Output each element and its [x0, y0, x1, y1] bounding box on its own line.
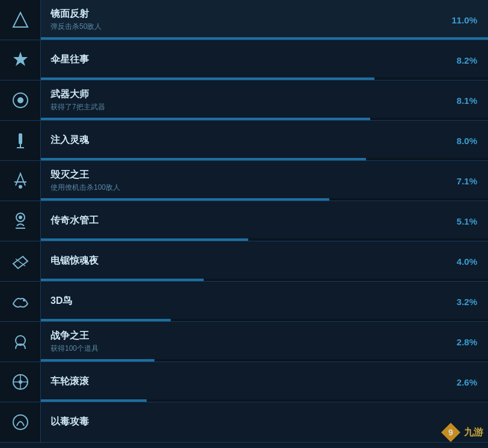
achievement-item-wheel-rolling[interactable]: 车轮滚滚 2.6%	[0, 362, 488, 402]
svg-point-18	[19, 380, 22, 384]
achievement-item-3d-bird[interactable]: 3D鸟 3.2%	[0, 282, 488, 322]
achievement-percentage-umbrella-star: 8.2%	[446, 55, 488, 65]
text-area-umbrella-star: 伞星往事	[41, 47, 446, 73]
progress-bar-war-king	[41, 359, 154, 362]
text-area-mirror-reflect: 镜面反射 弹反击杀50敌人	[41, 2, 446, 38]
text-area-inject-soul: 注入灵魂	[41, 128, 446, 154]
svg-line-12	[16, 259, 25, 266]
progress-bar-inject-soul	[41, 158, 366, 160]
watermark-text: 九游	[464, 426, 483, 439]
achievement-percentage-destruction-king: 7.1%	[446, 176, 488, 186]
progress-bar-wheel-rolling	[41, 399, 147, 402]
achievement-title-umbrella-star: 伞星往事	[50, 53, 436, 66]
watermark: 9 九游	[440, 422, 483, 443]
progress-bar-container-wheel-rolling	[41, 399, 488, 402]
achievement-item-umbrella-star[interactable]: 伞星往事 8.2%	[0, 40, 488, 80]
progress-bar-umbrella-star	[41, 77, 374, 80]
achievement-item-poison-attack[interactable]: 以毒攻毒	[0, 402, 488, 443]
svg-text:9: 9	[448, 428, 453, 437]
progress-bar-container-legendary-plumber	[41, 238, 488, 241]
achievement-list: 镜面反射 弹反击杀50敌人 11.0% 伞星往事 8.2% 武器大师 获得了7把…	[0, 0, 488, 448]
icon-area-destruction-king	[0, 161, 41, 201]
achievement-item-war-king[interactable]: 战争之王 获得100个道具 2.8%	[0, 322, 488, 362]
achievement-icon-umbrella-star	[7, 47, 34, 73]
achievement-item-mirror-reflect[interactable]: 镜面反射 弹反击杀50敌人 11.0%	[0, 0, 488, 40]
achievement-title-war-king: 战争之王	[50, 330, 436, 342]
achievement-item-legendary-plumber[interactable]: 传奇水管工 5.1%	[0, 201, 488, 241]
achievement-icon-destruction-king	[7, 168, 34, 194]
achievement-icon-war-king	[7, 328, 34, 355]
svg-point-8	[19, 185, 22, 189]
achievement-title-mirror-reflect: 镜面反射	[50, 8, 436, 20]
progress-bar-container-war-king	[41, 359, 488, 362]
svg-point-13	[23, 299, 25, 301]
text-area-destruction-king: 毁灭之王 使用僚机击杀100敌人	[41, 163, 446, 199]
achievement-percentage-inject-soul: 8.0%	[446, 136, 488, 146]
progress-bar-chainsaw-night	[41, 279, 204, 281]
svg-marker-0	[13, 13, 28, 27]
text-area-weapon-master: 武器大师 获得了7把主武器	[41, 82, 446, 118]
achievement-title-inject-soul: 注入灵魂	[50, 134, 436, 147]
icon-area-war-king	[0, 322, 41, 362]
achievement-title-legendary-plumber: 传奇水管工	[50, 214, 436, 227]
text-area-wheel-rolling: 车轮滚滚	[41, 369, 446, 395]
achievement-title-destruction-king: 毁灭之王	[50, 169, 436, 181]
achievement-item-destruction-king[interactable]: 毁灭之王 使用僚机击杀100敌人 7.1%	[0, 161, 488, 201]
achievement-percentage-legendary-plumber: 5.1%	[446, 216, 488, 226]
progress-bar-3d-bird	[41, 319, 171, 321]
icon-area-mirror-reflect	[0, 0, 41, 40]
icon-area-weapon-master	[0, 80, 41, 120]
achievement-title-chainsaw-night: 电锯惊魂夜	[50, 255, 436, 267]
achievement-title-3d-bird: 3D鸟	[50, 295, 436, 307]
achievement-percentage-war-king: 2.8%	[446, 337, 488, 347]
achievement-icon-legendary-plumber	[7, 208, 34, 234]
achievement-desc-war-king: 获得100个道具	[50, 344, 436, 354]
progress-bar-weapon-master	[41, 118, 370, 120]
progress-bar-container-chainsaw-night	[41, 279, 488, 281]
icon-area-wheel-rolling	[0, 362, 41, 402]
achievement-percentage-3d-bird: 3.2%	[446, 297, 488, 307]
achievement-title-weapon-master: 武器大师	[50, 88, 436, 101]
achievement-icon-wheel-rolling	[7, 369, 34, 395]
progress-bar-container-inject-soul	[41, 158, 488, 160]
achievement-percentage-chainsaw-night: 4.0%	[446, 256, 488, 267]
achievement-title-poison-attack: 以毒攻毒	[50, 416, 478, 428]
achievement-percentage-mirror-reflect: 11.0%	[446, 15, 488, 25]
text-area-3d-bird: 3D鸟	[41, 289, 446, 315]
icon-area-umbrella-star	[0, 40, 41, 80]
achievement-title-wheel-rolling: 车轮滚滚	[50, 375, 436, 388]
svg-point-4	[17, 97, 23, 103]
text-area-war-king: 战争之王 获得100个道具	[41, 324, 446, 360]
icon-area-inject-soul	[0, 121, 41, 160]
progress-bar-container-umbrella-star	[41, 77, 488, 80]
achievement-percentage-weapon-master: 8.1%	[446, 95, 488, 106]
icon-area-legendary-plumber	[0, 201, 41, 241]
progress-bar-container-destruction-king	[41, 198, 488, 201]
achievement-item-weapon-master[interactable]: 武器大师 获得了7把主武器 8.1%	[0, 80, 488, 121]
svg-marker-2	[13, 52, 28, 66]
achievement-icon-inject-soul	[7, 127, 34, 154]
achievement-icon-3d-bird	[7, 288, 34, 315]
achievement-desc-destruction-king: 使用僚机击杀100敌人	[50, 183, 436, 193]
achievement-desc-mirror-reflect: 弹反击杀50敌人	[50, 22, 436, 32]
progress-bar-legendary-plumber	[41, 238, 248, 241]
progress-bar-destruction-king	[41, 198, 329, 201]
achievement-icon-chainsaw-night	[7, 248, 34, 274]
text-area-chainsaw-night: 电锯惊魂夜	[41, 249, 446, 274]
text-area-poison-attack: 以毒攻毒	[41, 410, 488, 435]
text-area-legendary-plumber: 传奇水管工	[41, 208, 446, 234]
icon-area-3d-bird	[0, 282, 41, 321]
icon-area-chainsaw-night	[0, 241, 41, 281]
progress-bar-container-mirror-reflect	[41, 37, 488, 40]
icon-area-poison-attack	[0, 402, 41, 442]
achievement-item-inject-soul[interactable]: 注入灵魂 8.0%	[0, 121, 488, 161]
achievement-icon-weapon-master	[7, 87, 34, 114]
achievement-percentage-wheel-rolling: 2.6%	[446, 377, 488, 387]
svg-rect-5	[19, 133, 22, 144]
achievement-item-chainsaw-night[interactable]: 电锯惊魂夜 4.0%	[0, 241, 488, 282]
svg-point-10	[19, 216, 22, 219]
achievement-icon-poison-attack	[7, 409, 34, 435]
progress-bar-container-weapon-master	[41, 118, 488, 120]
progress-bar-container-3d-bird	[41, 319, 488, 321]
achievement-desc-weapon-master: 获得了7把主武器	[50, 102, 436, 112]
